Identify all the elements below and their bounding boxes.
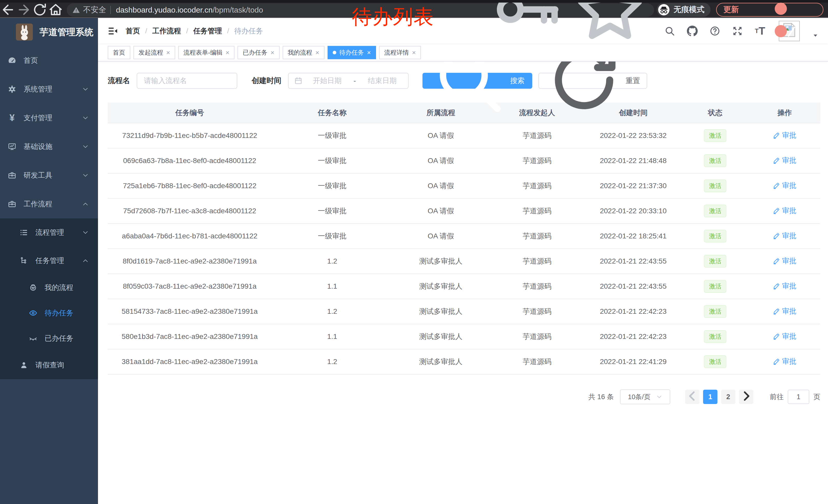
cell-task-id: 8f059c03-7ac8-11ec-a9e2-a2380e71991a (108, 274, 272, 299)
approve-link[interactable]: 审批 (773, 206, 796, 216)
update-button[interactable]: 更新 (716, 3, 823, 17)
tab-发起流程[interactable]: 发起流程× (133, 46, 175, 59)
cell-status: 激活 (681, 148, 749, 173)
breadcrumb-item-首页[interactable]: 首页 (126, 26, 140, 36)
cell-create-time: 2022-01-21 22:42:23 (585, 324, 681, 349)
close-icon[interactable]: × (271, 49, 274, 56)
cell-process: 测试多审批人 (393, 249, 489, 274)
toolbox-icon (8, 200, 16, 209)
cell-task-name: 1.1 (272, 274, 393, 299)
reload-icon[interactable] (32, 2, 48, 17)
screen: 不安全 dashboard.yudao.iocoder.cn /bpm/task… (0, 0, 828, 504)
sidebar-item-我的流程[interactable]: 我的流程 (0, 275, 98, 300)
sidebar-item-工作流程[interactable]: 工作流程 (0, 190, 98, 218)
cell-status: 激活 (681, 173, 749, 198)
security-label: 不安全 (83, 5, 106, 15)
approve-link[interactable]: 审批 (773, 131, 796, 140)
tab-待办任务[interactable]: 待办任务× (328, 46, 376, 59)
back-icon[interactable] (0, 2, 16, 17)
sidebar-item-label: 支付管理 (24, 113, 52, 123)
chevron-up-icon (82, 258, 89, 264)
cell-starter: 芋道源码 (489, 173, 585, 198)
close-icon[interactable]: × (367, 49, 371, 56)
breadcrumb-item-任务管理[interactable]: 任务管理 (194, 26, 222, 36)
page-size-select[interactable]: 10条/页 (620, 390, 670, 404)
calendar-icon (294, 77, 302, 85)
home-icon[interactable] (48, 2, 64, 17)
pagination: 共 16 条 10条/页 12 前往 1 页 (108, 390, 820, 404)
cell-task-id: 580e1b3d-7ac8-11ec-a9e2-a2380e71991a (108, 324, 272, 349)
key-icon[interactable] (488, 0, 565, 49)
cell-task-name: 1.2 (272, 299, 393, 324)
cell-create-time: 2022-01-22 23:53:32 (585, 123, 681, 148)
approve-link[interactable]: 审批 (773, 331, 796, 341)
app-title: 芋道管理系统 (40, 26, 93, 38)
next-page-button[interactable] (739, 390, 753, 404)
cell-task-name: 一级审批 (272, 148, 393, 173)
sidebar-item-请假查询[interactable]: 请假查询 (0, 351, 98, 379)
sidebar-logo[interactable]: 芋道管理系统 (0, 18, 98, 46)
sidebar-item-流程管理[interactable]: 流程管理 (0, 218, 98, 246)
goto-label: 前往 (770, 392, 784, 402)
approve-link[interactable]: 审批 (773, 181, 796, 190)
dots-vertical-icon[interactable] (742, 0, 819, 49)
cell-task-id: 069c6a63-7b8a-11ec-8ef0-acde48001122 (108, 148, 272, 173)
edit-pen-icon (773, 258, 780, 265)
cell-create-time: 2022-01-21 22:43:55 (585, 249, 681, 274)
sidebar-item-任务管理[interactable]: 任务管理 (0, 246, 98, 275)
date-range-input[interactable]: 开始日期 - 结束日期 (288, 73, 409, 89)
close-icon[interactable]: × (316, 49, 319, 56)
tab-流程详情[interactable]: 流程详情× (379, 46, 421, 59)
tab-首页[interactable]: 首页 (108, 46, 130, 59)
approve-label: 审批 (782, 155, 796, 165)
approve-link[interactable]: 审批 (773, 281, 796, 291)
update-label: 更新 (723, 4, 739, 15)
forward-icon[interactable] (16, 2, 32, 17)
approve-link[interactable]: 审批 (773, 231, 796, 241)
prev-page-button[interactable] (685, 390, 700, 404)
search-button[interactable]: 搜索 (422, 73, 532, 89)
column-header-任务名称: 任务名称 (272, 102, 393, 123)
approve-link[interactable]: 审批 (773, 306, 796, 316)
tab-label: 首页 (113, 48, 125, 57)
sidebar-item-基础设施[interactable]: 基础设施 (0, 132, 98, 161)
sidebar-item-待办任务[interactable]: 待办任务 (0, 300, 98, 326)
sidebar-item-支付管理[interactable]: ¥支付管理 (0, 103, 98, 132)
question-icon[interactable] (709, 26, 720, 36)
approve-label: 审批 (782, 231, 796, 241)
tab-我的流程[interactable]: 我的流程× (283, 46, 325, 59)
tab-流程表单-编辑[interactable]: 流程表单-编辑× (178, 46, 235, 59)
status-badge: 激活 (704, 305, 727, 318)
hamburger-icon[interactable] (108, 26, 118, 36)
cell-task-name: 一级审批 (272, 224, 393, 249)
fullscreen-icon[interactable] (732, 26, 743, 36)
page-button-1[interactable]: 1 (703, 390, 717, 404)
process-name-input[interactable]: 请输入流程名 (137, 73, 237, 89)
sidebar-item-系统管理[interactable]: 系统管理 (0, 75, 98, 103)
cell-task-name: 一级审批 (272, 198, 393, 224)
tab-已办任务[interactable]: 已办任务× (238, 46, 279, 59)
star-icon[interactable] (572, 0, 649, 49)
edit-pen-icon (773, 333, 780, 340)
close-icon[interactable]: × (166, 49, 170, 56)
cell-action: 审批 (749, 299, 820, 324)
approve-link[interactable]: 审批 (773, 256, 796, 266)
goto-page-input[interactable]: 1 (788, 390, 809, 404)
close-icon[interactable]: × (225, 49, 229, 56)
sidebar-item-研发工具[interactable]: 研发工具 (0, 161, 98, 190)
chevron-down-icon (82, 172, 89, 179)
cell-task-name: 1.2 (272, 249, 393, 274)
reset-button[interactable]: 重置 (538, 73, 647, 89)
approve-link[interactable]: 审批 (773, 357, 796, 366)
sidebar-item-已办任务[interactable]: 已办任务 (0, 326, 98, 351)
page-button-2[interactable]: 2 (721, 390, 735, 404)
sidebar-item-首页[interactable]: 首页 (0, 46, 98, 75)
monitor-icon (8, 142, 16, 151)
breadcrumb-item-工作流程[interactable]: 工作流程 (152, 26, 181, 36)
search-icon[interactable] (664, 26, 675, 36)
start-date-placeholder: 开始日期 (307, 76, 347, 86)
github-icon[interactable] (687, 26, 698, 36)
approve-label: 审批 (782, 357, 796, 366)
approve-link[interactable]: 审批 (773, 155, 796, 165)
close-icon[interactable]: × (412, 49, 416, 56)
